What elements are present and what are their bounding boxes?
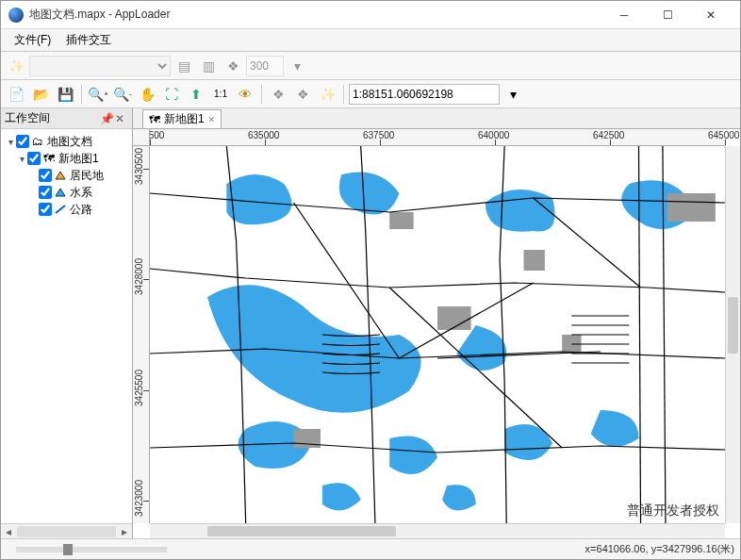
statusbar: x=641066.06, y=3427996.16(米)	[1, 538, 740, 559]
layers-icon[interactable]: ❖	[267, 83, 289, 106]
scale-dropdown-icon[interactable]: ▾	[502, 83, 524, 106]
polygon-layer-icon	[53, 169, 68, 182]
collapse-icon[interactable]: ▾	[5, 137, 16, 147]
close-button[interactable]: ✕	[689, 1, 733, 29]
save-icon[interactable]: 💾	[54, 83, 76, 106]
ruler-tick-label: 3423000	[134, 480, 144, 517]
layer1-icon[interactable]: ▤	[173, 55, 195, 77]
main-area: 工作空间 📌 ✕ ▾ 🗂 地图文档 ▾ 🗺 新地图1	[1, 108, 740, 538]
polygon-layer-icon	[53, 186, 68, 199]
map-canvas[interactable]	[150, 146, 725, 523]
effect-select[interactable]	[29, 56, 171, 76]
tree-map[interactable]: ▾ 🗺 新地图1	[3, 150, 130, 167]
map-area: 🗺 新地图1 × 6325006350006375006400006425006…	[133, 108, 740, 538]
tree-layer[interactable]: 水系	[3, 184, 130, 201]
zoom-out-icon[interactable]: 🔍-	[111, 83, 134, 106]
menu-plugin[interactable]: 插件交互	[58, 30, 119, 50]
dropdown-icon[interactable]: ▾	[286, 55, 308, 77]
svg-rect-4	[437, 306, 471, 330]
ruler-tick-label: 3430500	[134, 148, 144, 185]
workspace-panel: 工作空间 📌 ✕ ▾ 🗂 地图文档 ▾ 🗺 新地图1	[1, 108, 133, 538]
ruler-top: 632500635000637500640000642500645000	[150, 129, 725, 146]
map-canvas-wrap: 632500635000637500640000642500645000 343…	[133, 129, 740, 538]
layer-label: 公路	[70, 202, 92, 218]
menubar: 文件(F) 插件交互	[1, 29, 740, 52]
layers2-icon[interactable]: ❖	[291, 83, 314, 106]
layer-checkbox[interactable]	[39, 169, 52, 182]
eye-icon[interactable]: 👁	[234, 83, 256, 106]
maximize-button[interactable]: ☐	[646, 1, 689, 29]
tree-root[interactable]: ▾ 🗂 地图文档	[3, 133, 130, 150]
ratio-button[interactable]: 1:1	[209, 83, 232, 106]
ruler-tick-label: 642500	[593, 130, 624, 140]
zoom-in-icon[interactable]: 🔍+	[87, 83, 109, 106]
svg-marker-1	[56, 189, 65, 196]
tab-close-icon[interactable]: ×	[208, 113, 215, 126]
svg-rect-7	[389, 212, 413, 229]
map-checkbox[interactable]	[27, 152, 41, 165]
svg-marker-0	[56, 172, 65, 179]
app-icon	[8, 8, 24, 23]
titlebar: 地图文档.mapx - AppLoader ─ ☐ ✕	[1, 1, 740, 29]
map-icon: 🗺	[41, 152, 57, 165]
layer-label: 居民地	[70, 168, 104, 184]
workspace-title: 工作空间	[5, 110, 98, 126]
window-title: 地图文档.mapx - AppLoader	[29, 7, 602, 23]
root-label: 地图文档	[47, 134, 92, 150]
open-icon[interactable]: 📂	[29, 83, 52, 106]
map-tab-label: 新地图1	[164, 111, 205, 127]
tree-layer[interactable]: 居民地	[3, 167, 130, 184]
pan-icon[interactable]: ✋	[136, 83, 158, 106]
status-slider[interactable]	[16, 547, 167, 552]
menu-file[interactable]: 文件(F)	[7, 30, 58, 50]
map-tabbar: 🗺 新地图1 ×	[133, 108, 740, 129]
map-label: 新地图1	[58, 151, 99, 167]
full-extent-icon[interactable]: ⛶	[160, 83, 183, 106]
ruler-tick-label: 637500	[363, 130, 394, 140]
stack-icon[interactable]: ❖	[222, 55, 244, 77]
collapse-icon[interactable]: ▾	[16, 154, 27, 164]
ruler-tick-label: 3428000	[134, 258, 144, 295]
sparkle-icon[interactable]: ✨	[316, 83, 338, 106]
layer-label: 水系	[70, 185, 92, 201]
ruler-tick-label: 640000	[478, 130, 509, 140]
map-tab[interactable]: 🗺 新地图1 ×	[142, 109, 222, 128]
line-layer-icon	[53, 203, 68, 216]
layer-checkbox[interactable]	[39, 186, 52, 199]
watermark: 普通开发者授权	[627, 502, 719, 519]
svg-rect-6	[562, 335, 581, 352]
panel-close-icon[interactable]: ✕	[115, 112, 128, 125]
root-checkbox[interactable]	[16, 135, 29, 148]
ruler-left: 3430500342800034255003423000	[133, 146, 150, 523]
pin-icon[interactable]: 📌	[100, 112, 113, 125]
magic-wand-icon[interactable]: ✨	[5, 55, 27, 77]
map-tab-icon: 🗺	[149, 113, 160, 126]
new-icon[interactable]: 📄	[5, 83, 27, 106]
ruler-tick-label: 635000	[248, 130, 279, 140]
workspace-hscroll[interactable]: ◂▸	[1, 523, 132, 538]
workspace-tree: ▾ 🗂 地图文档 ▾ 🗺 新地图1 居民地	[1, 129, 132, 523]
workspace-header: 工作空间 📌 ✕	[1, 108, 132, 129]
map-vscroll[interactable]	[725, 146, 740, 523]
svg-line-2	[56, 206, 65, 213]
layer2-icon[interactable]: ▥	[197, 55, 220, 77]
document-icon: 🗂	[30, 135, 45, 148]
transparency-input[interactable]	[246, 56, 284, 76]
home-icon[interactable]: ⬆	[185, 83, 207, 106]
scale-input[interactable]	[349, 84, 500, 105]
svg-rect-8	[524, 250, 545, 271]
map-hscroll[interactable]	[150, 523, 725, 538]
status-coords: x=641066.06, y=3427996.16(米)	[585, 542, 734, 556]
ruler-corner	[133, 129, 150, 146]
layer-checkbox[interactable]	[39, 203, 52, 216]
toolbar-main: 📄 📂 💾 🔍+ 🔍- ✋ ⛶ ⬆ 1:1 👁 ❖ ❖ ✨ ▾	[1, 80, 740, 108]
ruler-tick-label: 3425500	[134, 370, 144, 406]
svg-rect-3	[667, 193, 716, 222]
toolbar-effects: ✨ ▤ ▥ ❖ ▾	[1, 52, 740, 80]
minimize-button[interactable]: ─	[602, 1, 646, 29]
ruler-tick-label: 645000	[708, 130, 739, 140]
tree-layer[interactable]: 公路	[3, 201, 130, 218]
